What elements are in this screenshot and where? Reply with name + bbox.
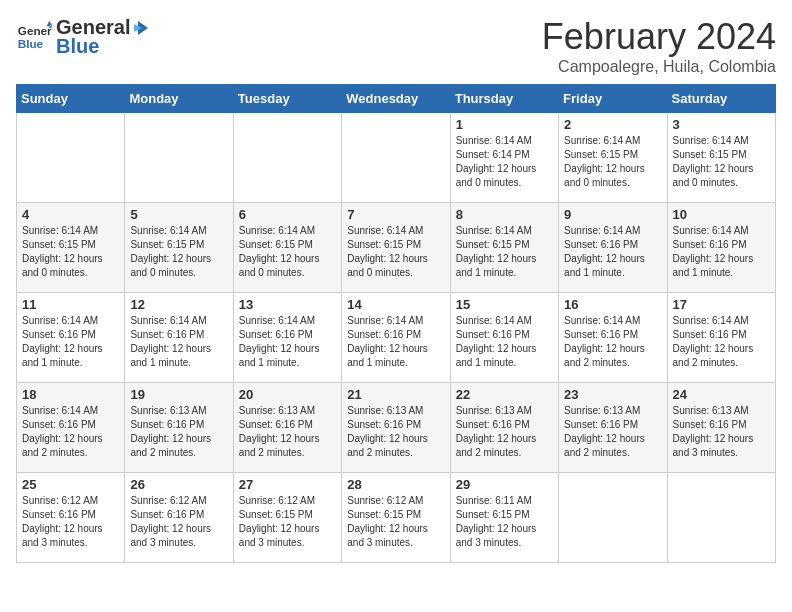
calendar-cell: 1Sunrise: 6:14 AM Sunset: 6:14 PM Daylig… <box>450 113 558 203</box>
calendar-cell: 25Sunrise: 6:12 AM Sunset: 6:16 PM Dayli… <box>17 473 125 563</box>
day-info: Sunrise: 6:14 AM Sunset: 6:16 PM Dayligh… <box>22 314 119 370</box>
calendar-cell: 24Sunrise: 6:13 AM Sunset: 6:16 PM Dayli… <box>667 383 775 473</box>
day-header-sunday: Sunday <box>17 85 125 113</box>
day-header-thursday: Thursday <box>450 85 558 113</box>
header: General Blue General Blue February 2024 … <box>16 16 776 76</box>
day-info: Sunrise: 6:13 AM Sunset: 6:16 PM Dayligh… <box>456 404 553 460</box>
logo: General Blue General Blue <box>16 16 150 58</box>
day-number: 1 <box>456 117 553 132</box>
day-number: 24 <box>673 387 770 402</box>
day-info: Sunrise: 6:13 AM Sunset: 6:16 PM Dayligh… <box>347 404 444 460</box>
day-number: 27 <box>239 477 336 492</box>
day-number: 5 <box>130 207 227 222</box>
day-info: Sunrise: 6:14 AM Sunset: 6:16 PM Dayligh… <box>673 314 770 370</box>
day-info: Sunrise: 6:14 AM Sunset: 6:15 PM Dayligh… <box>239 224 336 280</box>
day-info: Sunrise: 6:12 AM Sunset: 6:16 PM Dayligh… <box>22 494 119 550</box>
day-info: Sunrise: 6:13 AM Sunset: 6:16 PM Dayligh… <box>564 404 661 460</box>
logo-chevron-icon <box>132 19 150 37</box>
calendar-cell: 18Sunrise: 6:14 AM Sunset: 6:16 PM Dayli… <box>17 383 125 473</box>
day-number: 11 <box>22 297 119 312</box>
day-number: 20 <box>239 387 336 402</box>
day-number: 2 <box>564 117 661 132</box>
day-header-saturday: Saturday <box>667 85 775 113</box>
calendar-cell: 8Sunrise: 6:14 AM Sunset: 6:15 PM Daylig… <box>450 203 558 293</box>
calendar-cell: 14Sunrise: 6:14 AM Sunset: 6:16 PM Dayli… <box>342 293 450 383</box>
calendar-cell: 26Sunrise: 6:12 AM Sunset: 6:16 PM Dayli… <box>125 473 233 563</box>
day-info: Sunrise: 6:14 AM Sunset: 6:15 PM Dayligh… <box>673 134 770 190</box>
day-number: 19 <box>130 387 227 402</box>
day-info: Sunrise: 6:14 AM Sunset: 6:16 PM Dayligh… <box>130 314 227 370</box>
calendar-cell: 11Sunrise: 6:14 AM Sunset: 6:16 PM Dayli… <box>17 293 125 383</box>
day-info: Sunrise: 6:13 AM Sunset: 6:16 PM Dayligh… <box>673 404 770 460</box>
day-info: Sunrise: 6:14 AM Sunset: 6:15 PM Dayligh… <box>564 134 661 190</box>
calendar-cell <box>17 113 125 203</box>
calendar-week-row: 1Sunrise: 6:14 AM Sunset: 6:14 PM Daylig… <box>17 113 776 203</box>
calendar-cell: 10Sunrise: 6:14 AM Sunset: 6:16 PM Dayli… <box>667 203 775 293</box>
day-number: 15 <box>456 297 553 312</box>
day-number: 3 <box>673 117 770 132</box>
logo-icon: General Blue <box>16 19 52 55</box>
day-info: Sunrise: 6:11 AM Sunset: 6:15 PM Dayligh… <box>456 494 553 550</box>
day-number: 25 <box>22 477 119 492</box>
title-area: February 2024 Campoalegre, Huila, Colomb… <box>542 16 776 76</box>
calendar-cell: 19Sunrise: 6:13 AM Sunset: 6:16 PM Dayli… <box>125 383 233 473</box>
calendar-cell: 29Sunrise: 6:11 AM Sunset: 6:15 PM Dayli… <box>450 473 558 563</box>
day-header-tuesday: Tuesday <box>233 85 341 113</box>
calendar-cell: 22Sunrise: 6:13 AM Sunset: 6:16 PM Dayli… <box>450 383 558 473</box>
day-number: 12 <box>130 297 227 312</box>
day-info: Sunrise: 6:14 AM Sunset: 6:15 PM Dayligh… <box>347 224 444 280</box>
calendar-week-row: 11Sunrise: 6:14 AM Sunset: 6:16 PM Dayli… <box>17 293 776 383</box>
day-info: Sunrise: 6:14 AM Sunset: 6:15 PM Dayligh… <box>22 224 119 280</box>
day-number: 16 <box>564 297 661 312</box>
calendar-cell: 6Sunrise: 6:14 AM Sunset: 6:15 PM Daylig… <box>233 203 341 293</box>
calendar-cell: 3Sunrise: 6:14 AM Sunset: 6:15 PM Daylig… <box>667 113 775 203</box>
day-number: 8 <box>456 207 553 222</box>
calendar-cell: 17Sunrise: 6:14 AM Sunset: 6:16 PM Dayli… <box>667 293 775 383</box>
day-number: 29 <box>456 477 553 492</box>
day-header-wednesday: Wednesday <box>342 85 450 113</box>
svg-text:Blue: Blue <box>18 37 44 50</box>
calendar-cell: 2Sunrise: 6:14 AM Sunset: 6:15 PM Daylig… <box>559 113 667 203</box>
calendar-cell <box>342 113 450 203</box>
calendar-cell: 5Sunrise: 6:14 AM Sunset: 6:15 PM Daylig… <box>125 203 233 293</box>
calendar-cell: 9Sunrise: 6:14 AM Sunset: 6:16 PM Daylig… <box>559 203 667 293</box>
calendar-week-row: 25Sunrise: 6:12 AM Sunset: 6:16 PM Dayli… <box>17 473 776 563</box>
day-header-monday: Monday <box>125 85 233 113</box>
day-info: Sunrise: 6:14 AM Sunset: 6:16 PM Dayligh… <box>564 314 661 370</box>
calendar-table: SundayMondayTuesdayWednesdayThursdayFrid… <box>16 84 776 563</box>
calendar-week-row: 18Sunrise: 6:14 AM Sunset: 6:16 PM Dayli… <box>17 383 776 473</box>
day-info: Sunrise: 6:14 AM Sunset: 6:16 PM Dayligh… <box>456 314 553 370</box>
calendar-cell <box>233 113 341 203</box>
day-info: Sunrise: 6:12 AM Sunset: 6:15 PM Dayligh… <box>347 494 444 550</box>
day-info: Sunrise: 6:12 AM Sunset: 6:15 PM Dayligh… <box>239 494 336 550</box>
day-number: 14 <box>347 297 444 312</box>
day-number: 9 <box>564 207 661 222</box>
day-number: 22 <box>456 387 553 402</box>
calendar-cell: 20Sunrise: 6:13 AM Sunset: 6:16 PM Dayli… <box>233 383 341 473</box>
day-info: Sunrise: 6:13 AM Sunset: 6:16 PM Dayligh… <box>130 404 227 460</box>
day-header-friday: Friday <box>559 85 667 113</box>
calendar-cell <box>667 473 775 563</box>
day-number: 17 <box>673 297 770 312</box>
day-number: 26 <box>130 477 227 492</box>
day-info: Sunrise: 6:14 AM Sunset: 6:14 PM Dayligh… <box>456 134 553 190</box>
day-info: Sunrise: 6:14 AM Sunset: 6:16 PM Dayligh… <box>564 224 661 280</box>
calendar-week-row: 4Sunrise: 6:14 AM Sunset: 6:15 PM Daylig… <box>17 203 776 293</box>
day-info: Sunrise: 6:14 AM Sunset: 6:15 PM Dayligh… <box>456 224 553 280</box>
calendar-cell: 16Sunrise: 6:14 AM Sunset: 6:16 PM Dayli… <box>559 293 667 383</box>
calendar-header-row: SundayMondayTuesdayWednesdayThursdayFrid… <box>17 85 776 113</box>
day-number: 7 <box>347 207 444 222</box>
calendar-cell: 13Sunrise: 6:14 AM Sunset: 6:16 PM Dayli… <box>233 293 341 383</box>
calendar-cell: 27Sunrise: 6:12 AM Sunset: 6:15 PM Dayli… <box>233 473 341 563</box>
calendar-title: February 2024 <box>542 16 776 58</box>
calendar-cell: 28Sunrise: 6:12 AM Sunset: 6:15 PM Dayli… <box>342 473 450 563</box>
day-number: 10 <box>673 207 770 222</box>
calendar-cell: 23Sunrise: 6:13 AM Sunset: 6:16 PM Dayli… <box>559 383 667 473</box>
calendar-cell: 7Sunrise: 6:14 AM Sunset: 6:15 PM Daylig… <box>342 203 450 293</box>
day-info: Sunrise: 6:14 AM Sunset: 6:16 PM Dayligh… <box>673 224 770 280</box>
day-number: 4 <box>22 207 119 222</box>
day-number: 21 <box>347 387 444 402</box>
day-info: Sunrise: 6:13 AM Sunset: 6:16 PM Dayligh… <box>239 404 336 460</box>
day-number: 13 <box>239 297 336 312</box>
day-info: Sunrise: 6:14 AM Sunset: 6:16 PM Dayligh… <box>239 314 336 370</box>
